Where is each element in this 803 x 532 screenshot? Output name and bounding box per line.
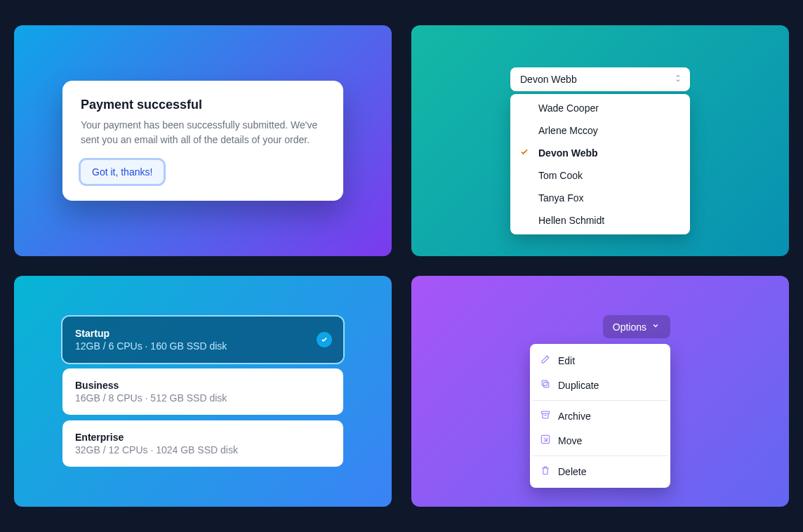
option-label: Hellen Schmidt: [538, 215, 604, 226]
selected-check-icon: [317, 332, 332, 347]
options-menu: Edit Duplicate Archive Move: [530, 344, 670, 488]
listbox-option-wade-cooper[interactable]: Wade Cooper: [510, 97, 690, 119]
svg-rect-1: [544, 383, 549, 387]
listbox-selected-label: Devon Webb: [520, 74, 577, 85]
menu-item-label: Move: [558, 435, 582, 446]
option-label: Arlene Mccoy: [538, 125, 598, 136]
menu-item-label: Archive: [558, 411, 591, 422]
edit-icon: [540, 354, 551, 367]
plan-name: Startup: [75, 328, 331, 339]
menu-item-duplicate[interactable]: Duplicate: [533, 373, 668, 397]
chevron-down-icon: [651, 321, 661, 333]
menu-item-label: Delete: [558, 466, 586, 477]
plan-radio-group: Startup 12GB / 6 CPUs · 160 GB SSD disk …: [62, 317, 343, 467]
listbox-options[interactable]: Wade Cooper Arlene Mccoy Devon Webb Tom …: [510, 94, 690, 234]
move-icon: [540, 434, 551, 447]
menu-item-label: Duplicate: [558, 380, 599, 391]
check-icon: [519, 147, 530, 160]
plan-name: Business: [75, 380, 331, 391]
selector-icon: [673, 74, 683, 86]
menu-section-2: Archive Move: [533, 402, 668, 454]
dialog-body: Your payment has been successfully submi…: [81, 118, 325, 147]
option-label: Devon Webb: [538, 147, 598, 159]
plan-name: Enterprise: [75, 432, 331, 443]
duplicate-icon: [540, 378, 551, 392]
payment-success-dialog: Payment successful Your payment has been…: [62, 81, 343, 201]
dialog-title: Payment successful: [81, 98, 325, 112]
menu-section-3: Delete: [533, 458, 668, 485]
options-menu-wrap: Options Edit Duplicate Archive: [530, 315, 670, 488]
option-label: Tom Cook: [538, 170, 583, 181]
menu-demo-panel: Options Edit Duplicate Archive: [411, 276, 789, 507]
listbox-option-tom-cook[interactable]: Tom Cook: [510, 164, 690, 187]
menu-item-archive[interactable]: Archive: [533, 404, 668, 428]
plan-desc: 32GB / 12 CPUs · 1024 GB SSD disk: [75, 444, 331, 455]
plan-option-enterprise[interactable]: Enterprise 32GB / 12 CPUs · 1024 GB SSD …: [62, 420, 343, 467]
listbox-demo-panel: Devon Webb Wade Cooper Arlene Mccoy Devo…: [411, 25, 789, 256]
listbox-option-hellen-schmidt[interactable]: Hellen Schmidt: [510, 209, 690, 232]
menu-divider: [533, 455, 668, 456]
listbox-button[interactable]: Devon Webb: [510, 67, 690, 91]
menu-item-edit[interactable]: Edit: [533, 348, 668, 373]
listbox-option-tanya-fox[interactable]: Tanya Fox: [510, 187, 690, 209]
listbox-option-arlene-mccoy[interactable]: Arlene Mccoy: [510, 119, 690, 142]
menu-item-delete[interactable]: Delete: [533, 459, 668, 484]
menu-item-move[interactable]: Move: [533, 428, 668, 453]
svg-rect-2: [541, 411, 549, 413]
options-button[interactable]: Options: [603, 315, 670, 338]
options-button-label: Options: [613, 321, 646, 333]
archive-icon: [540, 409, 551, 423]
plan-option-business[interactable]: Business 16GB / 8 CPUs · 512 GB SSD disk: [62, 368, 343, 415]
dialog-demo-panel: Payment successful Your payment has been…: [14, 25, 392, 256]
plan-desc: 16GB / 8 CPUs · 512 GB SSD disk: [75, 392, 331, 404]
listbox-option-devon-webb[interactable]: Devon Webb: [510, 142, 690, 164]
plan-option-startup[interactable]: Startup 12GB / 6 CPUs · 160 GB SSD disk: [62, 317, 343, 363]
menu-divider: [533, 400, 668, 401]
radiogroup-demo-panel: Startup 12GB / 6 CPUs · 160 GB SSD disk …: [14, 276, 392, 507]
svg-rect-0: [542, 380, 547, 385]
menu-section-1: Edit Duplicate: [533, 347, 668, 399]
people-listbox: Devon Webb Wade Cooper Arlene Mccoy Devo…: [510, 67, 690, 234]
option-label: Tanya Fox: [538, 192, 584, 204]
option-label: Wade Cooper: [538, 102, 599, 114]
menu-item-label: Edit: [558, 355, 575, 366]
plan-desc: 12GB / 6 CPUs · 160 GB SSD disk: [75, 340, 331, 352]
got-it-button[interactable]: Got it, thanks!: [81, 160, 164, 184]
delete-icon: [540, 465, 551, 478]
